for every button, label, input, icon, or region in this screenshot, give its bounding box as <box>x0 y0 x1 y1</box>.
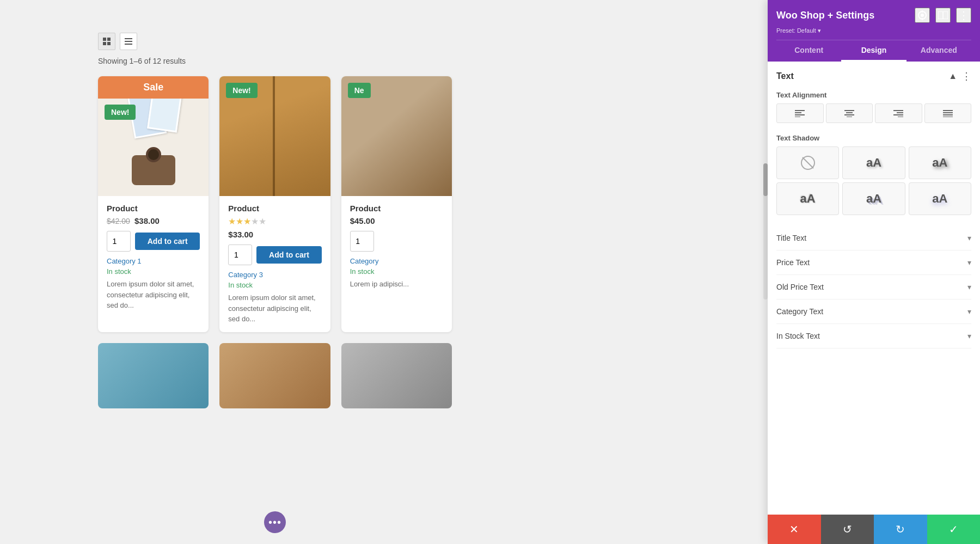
undo-button[interactable]: ↺ <box>821 515 874 544</box>
list-icon <box>124 37 133 46</box>
section-options-button[interactable]: ⋮ <box>961 70 971 82</box>
product-category-2[interactable]: Category 3 <box>228 271 321 279</box>
add-to-cart-row-3 <box>350 231 443 252</box>
align-justify-icon <box>943 109 953 117</box>
expand-row-title-text[interactable]: Title Text ▾ <box>776 226 971 250</box>
target-icon <box>917 10 927 20</box>
shadow-style-2-button[interactable]: aA <box>909 146 971 179</box>
no-shadow-icon <box>800 155 816 170</box>
align-left-icon <box>795 109 805 117</box>
panel-title-row: Woo Shop + Settings <box>776 8 971 23</box>
layout-icon-button[interactable] <box>935 8 951 23</box>
bottom-card-2 <box>219 343 330 408</box>
more-options-button[interactable]: ⋮ <box>956 8 971 23</box>
shadow-none-button[interactable] <box>776 146 839 179</box>
tab-advanced[interactable]: Advanced <box>906 40 971 62</box>
qty-input-2[interactable] <box>228 245 252 265</box>
panel-title: Woo Shop + Settings <box>776 10 874 21</box>
new-badge-2: New! <box>226 83 257 98</box>
product-category-1[interactable]: Category 1 <box>107 257 200 265</box>
in-stock-3: In stock <box>350 267 443 276</box>
product-card-3: Ne Product $45.00 Category In stock Lore… <box>341 76 452 332</box>
products-grid: Sale New! Product $42.00 $38.00 <box>98 76 452 332</box>
scrollbar-thumb[interactable] <box>763 163 768 196</box>
target-icon-button[interactable] <box>915 8 930 23</box>
panel-header: Woo Shop + Settings <box>768 0 980 62</box>
shadow-style-1-button[interactable]: aA <box>842 146 905 179</box>
results-text: Showing 1–6 of 12 results <box>98 57 452 65</box>
alignment-grid <box>776 103 971 123</box>
cancel-button[interactable]: ✕ <box>768 515 821 544</box>
settings-panel: Woo Shop + Settings <box>768 0 980 544</box>
svg-rect-2 <box>103 42 106 45</box>
shop-area: Showing 1–6 of 12 results Sale New! Prod… <box>0 0 550 544</box>
bottom-card-1 <box>98 343 209 408</box>
svg-rect-1 <box>107 38 111 41</box>
product-title-3: Product <box>350 204 443 213</box>
grid-view-button[interactable] <box>98 33 115 50</box>
tab-content[interactable]: Content <box>776 40 841 62</box>
align-justify-button[interactable] <box>924 103 972 123</box>
section-actions: ▲ ⋮ <box>948 70 971 82</box>
product-title-2: Product <box>228 204 321 213</box>
svg-point-8 <box>921 14 924 17</box>
panel-footer: ✕ ↺ ↻ ✓ <box>768 515 980 544</box>
expand-label-price: Price Text <box>776 258 810 267</box>
product-body-2: Product ★★★★★ $33.00 Add to cart Categor… <box>219 196 330 332</box>
chevron-down-icon-price: ▾ <box>967 258 971 267</box>
pagination-dot[interactable]: ••• <box>264 511 286 533</box>
chevron-down-icon-in-stock: ▾ <box>967 332 971 340</box>
product-price-2: $33.00 <box>228 230 321 239</box>
expand-label-in-stock: In Stock Text <box>776 332 820 340</box>
tab-design[interactable]: Design <box>841 40 906 62</box>
product-image-1: Sale New! <box>98 76 209 196</box>
shadow-style-4-button[interactable]: aA <box>842 182 905 215</box>
save-button[interactable]: ✓ <box>927 515 981 544</box>
product-category-3[interactable]: Category <box>350 257 443 265</box>
qty-input-3[interactable] <box>350 231 374 252</box>
expand-row-price-text[interactable]: Price Text ▾ <box>776 250 971 275</box>
section-collapse-button[interactable]: ▲ <box>948 71 957 81</box>
product-price-3: $45.00 <box>350 216 443 225</box>
expand-row-in-stock-text[interactable]: In Stock Text ▾ <box>776 324 971 349</box>
product-desc-1: Lorem ipsum dolor sit amet, consectetur … <box>107 279 200 311</box>
add-to-cart-button-1[interactable]: Add to cart <box>135 233 200 250</box>
align-center-button[interactable] <box>826 103 873 123</box>
panel-body: Text ▲ ⋮ Text Alignment <box>768 62 980 515</box>
shadow-style-3-button[interactable]: aA <box>776 182 839 215</box>
panel-tabs: Content Design Advanced <box>776 40 971 62</box>
bottom-card-img-3 <box>341 343 452 408</box>
zipper-line <box>273 76 275 196</box>
svg-rect-4 <box>125 38 132 39</box>
svg-rect-6 <box>125 44 132 45</box>
product-desc-2: Lorem ipsum dolor sit amet, consectetur … <box>228 292 321 325</box>
svg-rect-3 <box>107 42 111 45</box>
add-to-cart-button-2[interactable]: Add to cart <box>256 246 321 264</box>
svg-rect-5 <box>125 41 132 42</box>
expand-row-old-price-text[interactable]: Old Price Text ▾ <box>776 275 971 299</box>
expand-label-old-price: Old Price Text <box>776 283 824 291</box>
new-badge-1: New! <box>105 105 136 120</box>
list-view-button[interactable] <box>120 33 137 50</box>
kebab-icon: ⋮ <box>958 9 969 22</box>
product-body-3: Product $45.00 Category In stock Lorem i… <box>341 196 452 297</box>
grid-icon <box>102 37 111 46</box>
product-body-1: Product $42.00 $38.00 Add to cart Catego… <box>98 196 209 319</box>
qty-input-1[interactable] <box>107 231 131 252</box>
camera-lens <box>146 147 161 162</box>
expand-row-category-text[interactable]: Category Text ▾ <box>776 299 971 324</box>
panel-preset[interactable]: Preset: Default ▾ <box>776 26 971 34</box>
align-left-button[interactable] <box>776 103 824 123</box>
view-controls <box>98 33 452 50</box>
align-center-icon <box>844 109 854 117</box>
shadow-style-5-button[interactable]: aA <box>909 182 971 215</box>
bottom-card-img-2 <box>219 343 330 408</box>
scrollbar-track[interactable] <box>763 163 768 299</box>
product-desc-3: Lorem ip adipisci... <box>350 279 443 290</box>
sale-banner: Sale <box>98 76 209 99</box>
expand-label-category: Category Text <box>776 307 823 316</box>
alignment-label: Text Alignment <box>776 91 971 99</box>
align-right-button[interactable] <box>875 103 922 123</box>
redo-button[interactable]: ↻ <box>874 515 927 544</box>
layout-icon <box>938 11 948 19</box>
